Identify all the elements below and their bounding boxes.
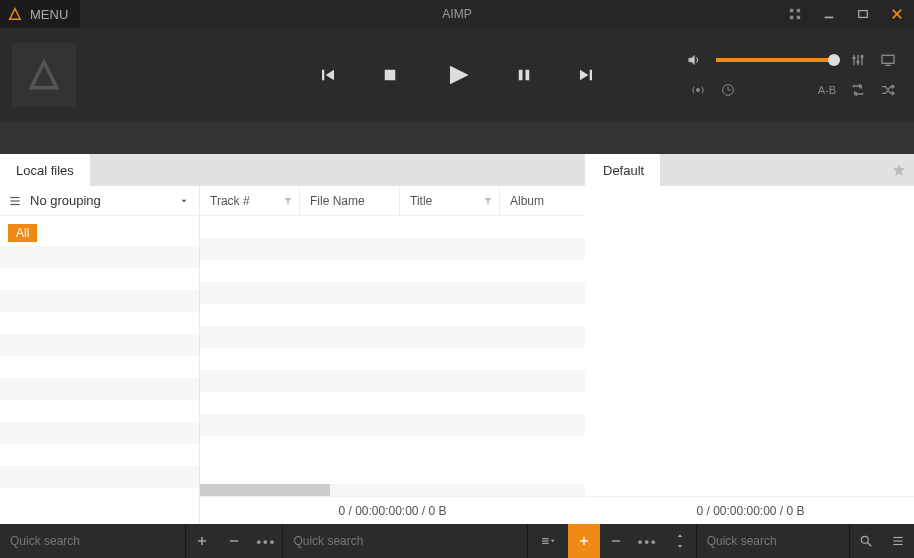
grid-icon: [789, 8, 801, 20]
stop-icon: [381, 66, 399, 84]
filter-all-pill[interactable]: All: [8, 224, 37, 242]
maximize-icon: [857, 8, 869, 20]
table-row[interactable]: [200, 260, 585, 282]
list-item[interactable]: [0, 466, 199, 488]
table-row[interactable]: [200, 348, 585, 370]
plus-icon: [577, 534, 591, 548]
list-item[interactable]: [0, 356, 199, 378]
filter-icon[interactable]: [483, 196, 493, 206]
broadcast-icon: [690, 82, 706, 98]
close-button[interactable]: [880, 0, 914, 28]
quick-search-right[interactable]: Quick search: [697, 524, 849, 558]
volume-slider[interactable]: [716, 58, 836, 62]
volume-button[interactable]: [686, 52, 702, 68]
sort-button[interactable]: [664, 524, 696, 558]
filter-icon[interactable]: [283, 196, 293, 206]
sort-icon: [673, 534, 687, 548]
repeat-button[interactable]: [850, 82, 866, 98]
grouping-selector[interactable]: No grouping: [0, 186, 199, 216]
table-row[interactable]: [200, 414, 585, 436]
add-button-left[interactable]: [186, 524, 218, 558]
track-list: Track # File Name Title Album: [200, 186, 585, 524]
table-row[interactable]: [200, 282, 585, 304]
table-row[interactable]: [200, 436, 585, 458]
volume-icon: [686, 52, 702, 68]
column-album[interactable]: Album: [500, 186, 585, 215]
search-placeholder: Quick search: [707, 534, 777, 548]
radio-button[interactable]: [690, 82, 706, 98]
shuffle-button[interactable]: [880, 82, 896, 98]
list-item[interactable]: [0, 378, 199, 400]
shuffle-icon: [880, 82, 896, 98]
chevron-down-icon: [179, 196, 189, 206]
svg-point-18: [861, 55, 864, 58]
dots-icon: •••: [638, 534, 658, 549]
list-item[interactable]: [0, 334, 199, 356]
play-button[interactable]: [443, 61, 471, 89]
tab-default-label: Default: [603, 163, 644, 178]
list-item[interactable]: [0, 444, 199, 466]
table-row[interactable]: [200, 392, 585, 414]
list-item[interactable]: [0, 268, 199, 290]
svg-rect-11: [526, 70, 530, 81]
remove-button-left[interactable]: [218, 524, 250, 558]
table-row[interactable]: [200, 326, 585, 348]
monitor-icon: [880, 52, 896, 68]
timer-button[interactable]: [720, 82, 736, 98]
equalizer-icon: [850, 52, 866, 68]
visualisation-button[interactable]: [880, 52, 896, 68]
list-item[interactable]: [0, 246, 199, 268]
aimp-logo-icon: [27, 58, 61, 92]
list-item[interactable]: [0, 422, 199, 444]
scrollbar-thumb[interactable]: [200, 484, 330, 496]
table-row[interactable]: [200, 304, 585, 326]
column-track[interactable]: Track #: [200, 186, 300, 215]
search-button[interactable]: [850, 524, 882, 558]
next-button[interactable]: [577, 66, 595, 84]
group-list: [0, 246, 199, 524]
title-bar: MENU AIMP: [0, 0, 914, 28]
favorite-tab-button[interactable]: [884, 154, 914, 186]
quick-search-left[interactable]: Quick search: [0, 524, 185, 558]
more-button-right[interactable]: •••: [632, 524, 664, 558]
playlist-area: [587, 186, 914, 496]
minus-icon: [609, 534, 623, 548]
table-row[interactable]: [200, 370, 585, 392]
pause-icon: [515, 66, 533, 84]
column-filename[interactable]: File Name: [300, 186, 400, 215]
ab-repeat-button[interactable]: A-B: [818, 84, 836, 96]
playlist-menu-button[interactable]: [528, 524, 568, 558]
hamburger-button[interactable]: [882, 524, 914, 558]
tab-local-files[interactable]: Local files: [0, 154, 90, 186]
search-icon: [859, 534, 873, 548]
pause-button[interactable]: [515, 66, 533, 84]
minimize-button[interactable]: [812, 0, 846, 28]
horizontal-scrollbar[interactable]: [200, 484, 585, 496]
dots-icon: •••: [257, 534, 277, 549]
previous-button[interactable]: [319, 66, 337, 84]
stop-button[interactable]: [381, 66, 399, 84]
svg-rect-19: [882, 55, 894, 63]
add-playlist-button[interactable]: [568, 524, 600, 558]
tab-default[interactable]: Default: [587, 154, 660, 186]
menu-button[interactable]: MENU: [0, 0, 80, 28]
list-item[interactable]: [0, 290, 199, 312]
remove-playlist-button[interactable]: [600, 524, 632, 558]
previous-icon: [319, 66, 337, 84]
table-row[interactable]: [200, 238, 585, 260]
equalizer-button[interactable]: [850, 52, 866, 68]
svg-rect-10: [519, 70, 523, 81]
right-pane: Default 0 / 00:00:00:00 / 0 B: [587, 154, 914, 524]
column-album-label: Album: [510, 194, 544, 208]
list-item[interactable]: [0, 400, 199, 422]
more-button-left[interactable]: •••: [250, 524, 282, 558]
minus-icon: [227, 534, 241, 548]
compact-view-button[interactable]: [778, 0, 812, 28]
left-tabs: Local files: [0, 154, 585, 186]
maximize-button[interactable]: [846, 0, 880, 28]
column-title[interactable]: Title: [400, 186, 500, 215]
table-row[interactable]: [200, 216, 585, 238]
list-item[interactable]: [0, 312, 199, 334]
quick-search-mid[interactable]: Quick search: [283, 524, 526, 558]
close-icon: [891, 8, 903, 20]
